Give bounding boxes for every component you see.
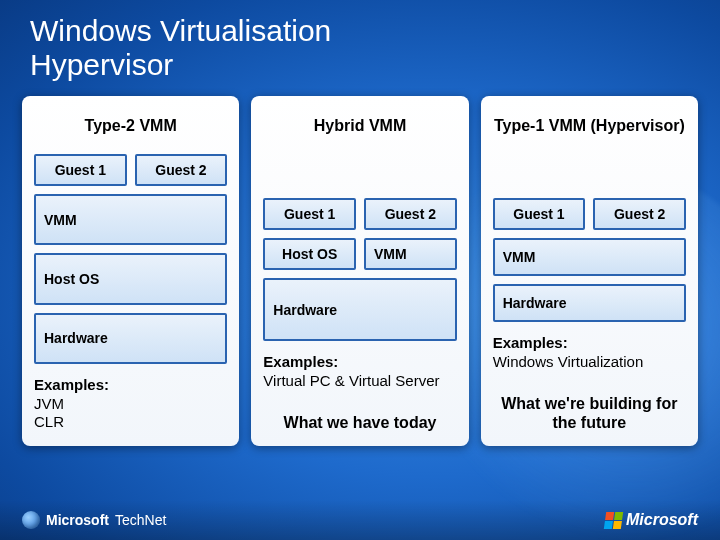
footer-company: Microsoft (626, 511, 698, 529)
footer-sub-brand: TechNet (115, 512, 166, 528)
type2-guest2-box: Guest 2 (135, 154, 228, 186)
column-hybrid-title: Hybrid VMM (263, 106, 456, 146)
column-type1: Type-1 VMM (Hypervisor) Guest 1 Guest 2 … (481, 96, 698, 446)
columns-container: Type-2 VMM Guest 1 Guest 2 VMM Host OS H… (0, 88, 720, 446)
type1-examples-label: Examples: (493, 334, 686, 353)
microsoft-logo: Microsoft (605, 511, 698, 529)
column-type1-title: Type-1 VMM (Hypervisor) (493, 106, 686, 146)
hybrid-guest-row: Guest 1 Guest 2 (263, 198, 456, 230)
hybrid-vmm-box: VMM (364, 238, 457, 270)
hybrid-hostos-box: Host OS (263, 238, 356, 270)
hybrid-guest1-box: Guest 1 (263, 198, 356, 230)
hybrid-example-text: Virtual PC & Virtual Server (263, 372, 456, 391)
column-hybrid: Hybrid VMM Guest 1 Guest 2 Host OS VMM H… (251, 96, 468, 446)
type1-example-text: Windows Virtualization (493, 353, 686, 372)
type1-guest2-box: Guest 2 (593, 198, 686, 230)
type1-hardware-box: Hardware (493, 284, 686, 322)
technet-logo: Microsoft TechNet (22, 511, 166, 529)
slide-subtitle: Hypervisor (30, 48, 720, 82)
slide-title: Windows Virtualisation (30, 14, 720, 48)
hybrid-examples-label: Examples: (263, 353, 456, 372)
hybrid-spacer (263, 154, 456, 190)
hybrid-examples: Examples: Virtual PC & Virtual Server (263, 349, 456, 391)
type1-guest-row: Guest 1 Guest 2 (493, 198, 686, 230)
globe-icon (22, 511, 40, 529)
hybrid-callout: What we have today (263, 413, 456, 432)
windows-flag-icon (604, 512, 623, 529)
type2-examples-label: Examples: (34, 376, 227, 395)
type2-example-1: JVM (34, 395, 227, 414)
type1-guest1-box: Guest 1 (493, 198, 586, 230)
hybrid-hardware-box: Hardware (263, 278, 456, 341)
column-type2: Type-2 VMM Guest 1 Guest 2 VMM Host OS H… (22, 96, 239, 446)
slide-header: Windows Virtualisation Hypervisor (0, 0, 720, 88)
type2-guest-row: Guest 1 Guest 2 (34, 154, 227, 186)
slide-footer: Microsoft TechNet Microsoft (0, 500, 720, 540)
type1-examples: Examples: Windows Virtualization (493, 330, 686, 372)
hybrid-vmm-row: Host OS VMM (263, 238, 456, 270)
hybrid-guest2-box: Guest 2 (364, 198, 457, 230)
type2-hardware-box: Hardware (34, 313, 227, 364)
type1-vmm-box: VMM (493, 238, 686, 276)
type2-vmm-box: VMM (34, 194, 227, 245)
type2-example-2: CLR (34, 413, 227, 432)
column-type2-title: Type-2 VMM (34, 106, 227, 146)
type2-examples: Examples: JVM CLR (34, 372, 227, 432)
footer-brand: Microsoft (46, 512, 109, 528)
type1-callout: What we're building for the future (493, 394, 686, 432)
type2-guest1-box: Guest 1 (34, 154, 127, 186)
type1-spacer (493, 154, 686, 190)
type2-hostos-box: Host OS (34, 253, 227, 304)
